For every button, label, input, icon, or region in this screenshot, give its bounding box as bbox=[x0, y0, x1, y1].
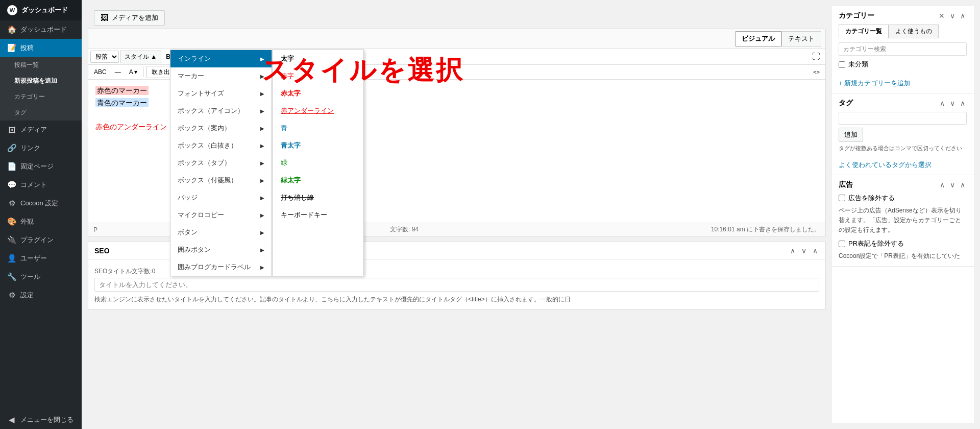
sidebar-item-cocoon[interactable]: ⚙ Cocoon 設定 bbox=[0, 194, 82, 212]
seo-header-controls: ∧ ∨ ∧ bbox=[789, 246, 819, 255]
ad-exclude-checkbox[interactable] bbox=[839, 195, 845, 201]
toolbar-font-color-btn[interactable]: A ▾ bbox=[126, 66, 141, 78]
font-color-arrow: ▾ bbox=[134, 68, 137, 76]
menu-item-box-sticky[interactable]: ボックス（付箋風） ▶ bbox=[170, 172, 272, 189]
tab-all-categories[interactable]: カテゴリー覧 bbox=[839, 25, 889, 38]
sidebar-item-tools[interactable]: 🔧 ツール bbox=[0, 268, 82, 286]
sub-item-greenbold[interactable]: 緑太字 bbox=[273, 172, 363, 189]
used-tags-link[interactable]: よく使われているタグから選択 bbox=[839, 161, 932, 169]
fullscreen-button[interactable]: ⛶ bbox=[809, 50, 823, 63]
sub-item-strike[interactable]: 打ち消し線 bbox=[273, 189, 363, 206]
sub-item-keyboard[interactable]: キーボードキー bbox=[273, 206, 363, 224]
menu-item-box-info[interactable]: ボックス（案内） ▶ bbox=[170, 120, 272, 137]
keyboard-label: キーボードキー bbox=[281, 211, 327, 219]
ad-up-btn[interactable]: ∧ bbox=[959, 180, 967, 189]
categories-collapse-btn[interactable]: ∨ bbox=[948, 11, 957, 20]
sidebar-item-pages[interactable]: 📄 固定ページ bbox=[0, 157, 82, 176]
sidebar-item-comments[interactable]: 💬 コメント bbox=[0, 176, 82, 194]
users-icon: 👤 bbox=[7, 254, 16, 263]
menu-item-card-label[interactable]: 囲みブログカードラベル ▶ bbox=[170, 258, 272, 276]
sub-item-green[interactable]: 緑 bbox=[273, 154, 363, 172]
menu-item-badge[interactable]: バッジ ▶ bbox=[170, 189, 272, 206]
ad-description: ページ上の広告（AdSenseなど）表示を切り替えます。「広告」設定からカテゴリ… bbox=[839, 206, 967, 235]
categories-close-btn[interactable]: ✕ bbox=[937, 11, 946, 20]
tags-up-btn[interactable]: ∧ bbox=[959, 99, 967, 108]
categories-up-btn[interactable]: ∧ bbox=[959, 11, 967, 20]
pages-icon: 📄 bbox=[7, 162, 16, 171]
text-tab-button[interactable]: テキスト bbox=[781, 31, 821, 46]
menu-item-box-tab[interactable]: ボックス（タブ） ▶ bbox=[170, 154, 272, 172]
sidebar-item-appearance[interactable]: 🎨 外観 bbox=[0, 212, 82, 231]
cocoon-icon: ⚙ bbox=[7, 199, 16, 208]
tab-used-categories[interactable]: よく使うもの bbox=[889, 25, 939, 38]
sidebar-item-settings[interactable]: ⚙ 設定 bbox=[0, 286, 82, 304]
word-count: 文字数: 94 bbox=[390, 225, 419, 234]
media-icon: 🖼 bbox=[7, 126, 16, 134]
sidebar-users-label: ユーザー bbox=[20, 254, 47, 263]
menu-item-round-button[interactable]: 囲みボタン ▶ bbox=[170, 241, 272, 258]
box-icon-label: ボックス（アイコン） bbox=[178, 106, 244, 115]
style-button[interactable]: スタイル ▲ bbox=[120, 51, 161, 63]
seo-description-text: 検索エンジンに表示させたいタイトルを入力してください。記事のタイトルより、こちら… bbox=[94, 295, 819, 304]
add-category-link[interactable]: + 新規カテゴリーを追加 bbox=[839, 79, 911, 87]
sidebar-close-label: メニューを閉じる bbox=[20, 415, 74, 424]
sidebar-item-posts[interactable]: 📝 投稿 bbox=[0, 39, 82, 57]
tags-label: タグ bbox=[14, 108, 27, 117]
visual-tab-button[interactable]: ビジュアル bbox=[735, 31, 781, 46]
ad-down-btn[interactable]: ∨ bbox=[948, 180, 957, 189]
sub-item-bluebold[interactable]: 青太字 bbox=[273, 137, 363, 154]
seo-settings-btn[interactable]: ∧ bbox=[811, 246, 819, 255]
badge-arrow: ▶ bbox=[260, 195, 264, 201]
sidebar-item-users[interactable]: 👤 ユーザー bbox=[0, 249, 82, 268]
round-button-arrow: ▶ bbox=[260, 247, 264, 253]
toolbar-html-btn[interactable]: <> bbox=[810, 66, 823, 78]
inline-arrow: ▶ bbox=[260, 56, 264, 62]
tag-add-button[interactable]: 追加 bbox=[839, 128, 863, 142]
style-main-menu: インライン ▶ マーカー ▶ フォントサイズ ▶ ボックス（アイコン） bbox=[170, 50, 272, 276]
fontsize-arrow: ▶ bbox=[260, 91, 264, 97]
sub-item-redunderline[interactable]: 赤アンダーライン bbox=[273, 102, 363, 120]
sidebar-item-categories[interactable]: カテゴリー bbox=[0, 89, 82, 105]
button-label: ボタン bbox=[178, 228, 198, 237]
tags-collapse-btn[interactable]: ∧ bbox=[938, 99, 946, 108]
menu-item-button[interactable]: ボタン ▶ bbox=[170, 224, 272, 241]
tag-input[interactable] bbox=[839, 112, 967, 125]
tags-title: タグ bbox=[839, 99, 853, 108]
tags-down-btn[interactable]: ∨ bbox=[948, 99, 957, 108]
ad-collapse-btn[interactable]: ∧ bbox=[938, 180, 946, 189]
toolbar-dash-btn[interactable]: — bbox=[111, 66, 125, 78]
sidebar-logo[interactable]: W ダッシュボード bbox=[0, 0, 82, 20]
menu-item-inline[interactable]: インライン ▶ bbox=[170, 50, 272, 67]
sidebar-item-tags[interactable]: タグ bbox=[0, 105, 82, 121]
sidebar-item-dashboard[interactable]: 🏠 ダッシュボード bbox=[0, 20, 82, 39]
sub-item-red[interactable]: 赤字 bbox=[273, 67, 363, 85]
sidebar-item-links[interactable]: 🔗 リンク bbox=[0, 139, 82, 157]
menu-item-box-icon[interactable]: ボックス（アイコン） ▶ bbox=[170, 102, 272, 120]
seo-collapse-btn[interactable]: ∧ bbox=[789, 246, 797, 255]
menu-item-fontsize[interactable]: フォントサイズ ▶ bbox=[170, 85, 272, 102]
menu-item-microcopy[interactable]: マイクロコピー ▶ bbox=[170, 206, 272, 224]
add-media-button[interactable]: 🖼 メディアを追加 bbox=[94, 10, 165, 26]
menu-item-box-white[interactable]: ボックス（白抜き） ▶ bbox=[170, 137, 272, 154]
pr-exclude-label: PR表記を除外する bbox=[848, 239, 904, 248]
pr-exclude-checkbox[interactable] bbox=[839, 241, 845, 247]
redbold-label: 赤太字 bbox=[281, 89, 301, 97]
category-search-input[interactable] bbox=[839, 42, 967, 56]
posts-list-label: 投稿一覧 bbox=[14, 61, 39, 69]
sidebar-item-close[interactable]: ◀ メニューを閉じる bbox=[0, 411, 82, 429]
seo-title-input[interactable] bbox=[94, 278, 819, 292]
seo-up-btn[interactable]: ∨ bbox=[800, 246, 808, 255]
sub-item-blue[interactable]: 青 bbox=[273, 120, 363, 137]
round-button-label: 囲みボタン bbox=[178, 245, 211, 254]
sub-item-bold[interactable]: 太字 bbox=[273, 50, 363, 67]
categories-controls: ✕ ∨ ∧ bbox=[937, 11, 967, 20]
sidebar-item-media[interactable]: 🖼 メディア bbox=[0, 121, 82, 139]
sidebar-item-posts-list[interactable]: 投稿一覧 bbox=[0, 57, 82, 73]
uncategorized-checkbox[interactable] bbox=[839, 61, 845, 68]
menu-item-marker[interactable]: マーカー ▶ bbox=[170, 67, 272, 85]
paragraph-select[interactable]: 段落 bbox=[90, 51, 119, 63]
sidebar-item-plugins[interactable]: 🔌 プラグイン bbox=[0, 231, 82, 249]
sub-item-redbold[interactable]: 赤太字 bbox=[273, 85, 363, 102]
toolbar-abc-btn[interactable]: ABС bbox=[90, 66, 110, 78]
sidebar-item-new-post[interactable]: 新規投稿を追加 bbox=[0, 73, 82, 89]
